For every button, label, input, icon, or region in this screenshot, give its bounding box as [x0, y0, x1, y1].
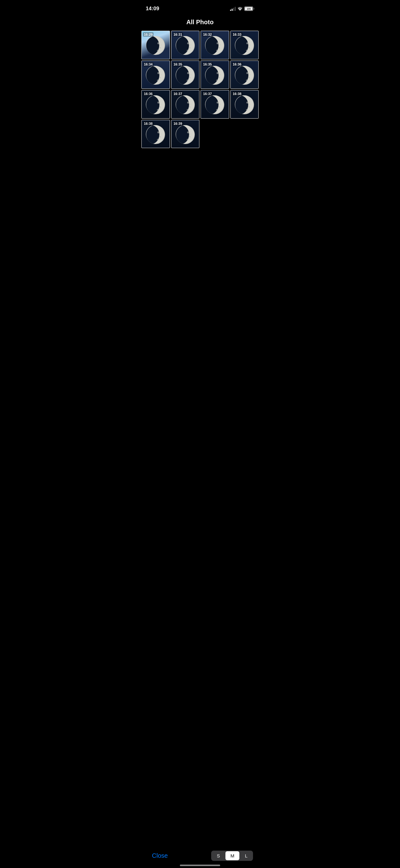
svg-point-23 [216, 50, 218, 51]
photo-timestamp: 16:36 [143, 92, 154, 96]
svg-point-44 [172, 66, 189, 85]
photo-timestamp: 16:36 [232, 62, 242, 66]
svg-point-52 [202, 66, 219, 85]
photo-thumbnail[interactable]: 16:35 [171, 61, 200, 89]
photo-thumbnail[interactable]: 16:32 [201, 31, 229, 59]
svg-point-96 [249, 104, 251, 105]
photo-thumbnail[interactable]: 16:39 [171, 120, 200, 148]
svg-point-112 [190, 133, 191, 134]
svg-point-88 [220, 104, 221, 105]
svg-point-72 [161, 104, 162, 105]
photo-timestamp: 16:33 [232, 32, 242, 37]
svg-point-84 [202, 95, 219, 114]
svg-point-38 [159, 77, 161, 78]
svg-point-71 [157, 109, 159, 111]
svg-point-55 [216, 79, 218, 81]
photo-thumbnail[interactable]: 16:35 [201, 61, 229, 89]
status-icons: 100 [230, 6, 254, 11]
svg-point-46 [189, 77, 190, 78]
svg-point-20 [202, 36, 219, 55]
svg-point-12 [172, 36, 189, 55]
svg-point-64 [249, 74, 251, 75]
svg-point-54 [219, 77, 220, 78]
svg-point-24 [220, 44, 221, 45]
svg-point-40 [161, 74, 162, 75]
svg-point-6 [159, 47, 161, 48]
svg-point-56 [220, 74, 221, 75]
svg-point-79 [187, 109, 188, 111]
svg-point-69 [158, 101, 159, 103]
svg-point-30 [248, 47, 249, 48]
svg-point-0 [240, 10, 241, 10]
photo-thumbnail[interactable]: 16:36 [230, 61, 259, 89]
photo-timestamp: 16:38 [232, 92, 242, 96]
svg-point-4 [143, 36, 159, 55]
svg-point-16 [190, 44, 191, 45]
svg-point-32 [249, 44, 251, 45]
svg-point-14 [189, 47, 190, 48]
svg-point-95 [246, 109, 247, 111]
svg-point-7 [157, 50, 159, 51]
page-title: All Photo [139, 16, 261, 31]
status-bar: 14:09 100 [139, 0, 261, 16]
photo-thumbnail[interactable]: 16:38 [230, 90, 259, 119]
svg-point-87 [216, 109, 218, 111]
svg-point-70 [159, 106, 161, 107]
photo-thumbnail[interactable]: 16:29 [141, 31, 170, 59]
svg-point-8 [161, 44, 162, 45]
svg-point-5 [158, 42, 159, 44]
svg-point-48 [190, 74, 191, 75]
photo-thumbnail[interactable]: 16:33 [230, 31, 259, 59]
status-time: 14:09 [146, 6, 159, 12]
svg-point-110 [189, 136, 190, 137]
svg-point-111 [187, 138, 188, 140]
photo-timestamp: 16:35 [173, 62, 183, 66]
svg-point-21 [217, 42, 219, 44]
svg-point-60 [232, 66, 248, 85]
photo-timestamp: 16:31 [173, 32, 183, 37]
photo-timestamp: 16:34 [143, 62, 154, 66]
svg-point-103 [157, 138, 159, 140]
photo-grid: 16:29 16:31 [139, 31, 261, 148]
svg-point-77 [187, 101, 189, 103]
photo-thumbnail[interactable]: 16:31 [171, 31, 200, 59]
photo-thumbnail[interactable]: 16:34 [141, 61, 170, 89]
svg-point-53 [217, 72, 219, 74]
battery-indicator: 100 [244, 6, 254, 11]
svg-point-31 [246, 50, 247, 51]
svg-point-45 [187, 72, 189, 74]
photo-thumbnail[interactable]: 16:37 [201, 90, 229, 119]
svg-point-108 [172, 125, 189, 144]
svg-point-86 [219, 106, 220, 107]
photo-thumbnail[interactable]: 16:37 [171, 90, 200, 119]
svg-point-104 [161, 133, 162, 134]
svg-point-68 [143, 95, 160, 114]
photo-timestamp: 16:38 [143, 121, 154, 126]
photo-timestamp: 16:39 [173, 121, 183, 126]
wifi-icon [237, 7, 242, 10]
svg-point-62 [248, 77, 249, 78]
svg-point-61 [246, 72, 248, 74]
photo-timestamp: 16:35 [202, 62, 213, 66]
photo-thumbnail[interactable]: 16:36 [141, 90, 170, 119]
svg-point-85 [217, 101, 219, 103]
photo-timestamp: 16:37 [202, 92, 213, 96]
svg-point-39 [157, 79, 159, 81]
svg-point-28 [232, 36, 248, 55]
svg-point-76 [172, 95, 189, 114]
photo-timestamp: 16:37 [173, 92, 183, 96]
svg-point-36 [143, 66, 159, 85]
svg-point-80 [190, 104, 191, 105]
svg-point-92 [231, 95, 248, 114]
svg-point-37 [158, 72, 159, 74]
svg-point-15 [187, 50, 188, 51]
svg-point-29 [246, 42, 248, 44]
svg-point-94 [248, 106, 249, 107]
svg-point-100 [143, 125, 159, 144]
signal-icon [230, 6, 236, 11]
svg-point-101 [158, 131, 159, 133]
svg-point-93 [246, 101, 248, 103]
svg-point-63 [246, 79, 247, 81]
photo-thumbnail[interactable]: 16:38 [141, 120, 170, 148]
svg-point-22 [219, 47, 220, 48]
